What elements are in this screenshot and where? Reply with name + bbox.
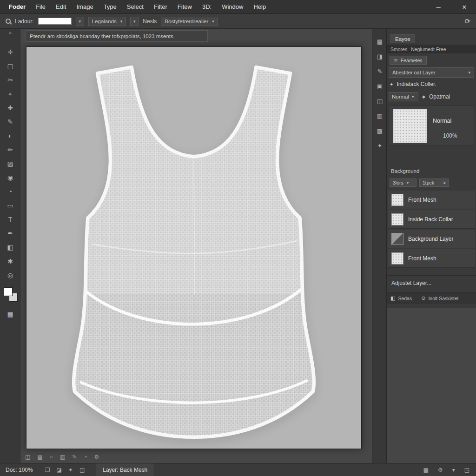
panel-header-left[interactable]: Smores: [390, 46, 407, 52]
quick-select-tool-icon[interactable]: ⌖: [0, 87, 20, 100]
canvas-area: ◫ ▤ ○ ▥ ✎ ◔ ⚙: [20, 29, 372, 463]
menu-foder[interactable]: Foder: [4, 0, 31, 14]
color-panel-icon[interactable]: ✎: [372, 65, 387, 77]
refresh-icon[interactable]: ⟳: [464, 17, 470, 26]
blend-mode-value: Normal: [392, 94, 409, 99]
swatch-dropdown-button[interactable]: ▾: [76, 17, 84, 26]
healing-brush-tool-icon[interactable]: ◐: [0, 129, 20, 142]
crop-tool-icon[interactable]: ✚: [0, 101, 20, 114]
canvas[interactable]: [26, 46, 362, 449]
libraries-panel-icon[interactable]: ◫: [372, 95, 387, 107]
layer-preview-thumbnail[interactable]: [393, 109, 427, 143]
layer-thumbnail: [391, 252, 403, 264]
close-button[interactable]: ✕: [456, 0, 472, 14]
footer-left-label[interactable]: Sedas: [398, 296, 412, 301]
layer-row-front-mesh-2[interactable]: Front Mesh: [388, 249, 475, 268]
timer-icon[interactable]: ◔: [84, 454, 87, 460]
adjustments-panel-icon[interactable]: ▣: [372, 80, 387, 92]
hand-tool-icon[interactable]: ✱: [0, 255, 20, 268]
marquee-tool-icon[interactable]: ▢: [0, 60, 20, 73]
gradient-tool-icon[interactable]: ▭: [0, 199, 20, 212]
menu-view[interactable]: Fitew: [172, 0, 197, 14]
menu-type[interactable]: Type: [99, 0, 122, 14]
edit-mode-icon[interactable]: ▦: [0, 308, 20, 321]
brushes-panel-icon[interactable]: ▩: [372, 125, 387, 137]
menu-window[interactable]: Window: [217, 0, 248, 14]
menu-bar: Foder File Edit Image Type Select Filter…: [0, 0, 476, 14]
blend-mode-dropdown[interactable]: Normal ▾: [389, 92, 418, 101]
half-square-icon[interactable]: ◧: [390, 295, 395, 301]
chevron-down-icon: ▾: [412, 94, 414, 99]
brush-tool-icon[interactable]: ✏: [0, 143, 20, 156]
clone-stamp-tool-icon[interactable]: ▨: [0, 157, 20, 170]
eraser-tool-icon[interactable]: ◔: [0, 185, 20, 198]
active-layer-label: Layer: Back Mesh: [96, 463, 154, 476]
thumbnails-icon[interactable]: ▤: [37, 454, 42, 460]
screen-mode-icon[interactable]: ◫: [25, 454, 30, 460]
lock-dropdown[interactable]: 3lors ▾: [390, 178, 416, 187]
sparkle-icon[interactable]: ✦: [68, 467, 73, 473]
panel-icon[interactable]: ◫: [79, 467, 85, 473]
menu-help[interactable]: Help: [248, 0, 271, 14]
adjust-layer-menu-item[interactable]: Adjustet Layer...: [391, 280, 431, 286]
layer-thumbnail: [391, 213, 403, 225]
clipboard-icon[interactable]: ❐: [45, 467, 50, 473]
status-hint-text: Ptendr-am sitcdsliga bcanday ther tofxpr…: [30, 33, 175, 39]
paths-panel-icon[interactable]: ✦: [372, 139, 387, 152]
layer-row-inside-back-collar[interactable]: Inside Back Collar: [388, 210, 475, 229]
pen-tool-icon[interactable]: ✒: [0, 227, 20, 240]
menu-3d[interactable]: 3D:: [197, 0, 217, 14]
collapse-toolbar-icon[interactable]: »: [0, 30, 20, 35]
menu-select[interactable]: Select: [122, 0, 149, 14]
preset-extra-dropdown-button[interactable]: ▾: [130, 17, 139, 26]
gear-icon[interactable]: ⚙: [438, 467, 443, 473]
lasso-tool-icon[interactable]: ✂: [0, 73, 20, 86]
annotate-icon[interactable]: ✎: [72, 454, 77, 460]
grid-view-icon[interactable]: ▥: [60, 454, 65, 460]
adjustment-layer-dropdown[interactable]: Abestiter oat Layer ▾: [389, 67, 474, 78]
text-tool-icon[interactable]: T: [0, 213, 20, 226]
zoom-tool-icon[interactable]: ◎: [0, 269, 20, 282]
doc-size-label[interactable]: Doc: 100%: [6, 467, 33, 473]
menu-edit[interactable]: Edit: [51, 0, 71, 14]
layers-panel-footer: ◧ Sedas ⊙ Inolt Saskistel: [387, 292, 476, 304]
info-panel-icon[interactable]: ▥: [372, 110, 387, 122]
tools-panel: » ✛ ▢ ✂ ⌖ ✚ ✎ ◐ ✏ ▨ ◉ ◔ ▭ T ✒ ◧ ✱ ◎ ▦: [0, 29, 20, 463]
layers-tab[interactable]: Eayoe: [390, 34, 415, 43]
layer-name: Background Layer: [408, 236, 453, 242]
circle-icon[interactable]: ○: [50, 454, 53, 460]
brush-preset-icon[interactable]: ◪: [56, 467, 61, 473]
layer-row-background-layer[interactable]: Background Layer: [388, 230, 475, 248]
search-icon[interactable]: ⊙: [421, 295, 425, 301]
mesh-tank-top-image: [40, 54, 347, 441]
parameters-button[interactable]: ≣ Feametes: [390, 56, 427, 65]
menu-file[interactable]: File: [31, 0, 51, 14]
eyedropper-tool-icon[interactable]: ✎: [0, 115, 20, 128]
window-icon[interactable]: ◳: [464, 467, 469, 473]
minimize-button[interactable]: ─: [430, 0, 446, 14]
canvas-footer-toolbar: ◫ ▤ ○ ▥ ✎ ◔ ⚙: [25, 453, 99, 461]
panel-header-right[interactable]: Neglumedt Free: [411, 46, 446, 52]
move-tool-icon[interactable]: ✛: [0, 46, 20, 59]
history-brush-tool-icon[interactable]: ◉: [0, 171, 20, 184]
indicator-row-label: Indiatack Coller.: [397, 81, 436, 87]
settings-icon[interactable]: ⚙: [94, 454, 99, 460]
mode-dropdown[interactable]: Bostyfetrerdrealier ▾: [161, 17, 218, 26]
history-panel-icon[interactable]: ▤: [372, 35, 387, 47]
chevron-down-icon: ▾: [212, 19, 214, 24]
foreground-color-swatch[interactable]: [4, 287, 13, 296]
fill-button[interactable]: 1tpck >: [419, 178, 449, 187]
layer-name: Front Mesh: [408, 255, 436, 262]
grid-icon[interactable]: ▦: [423, 467, 429, 473]
blend-mode-row: Normal ▾ ◆ Opatmal: [389, 92, 474, 101]
color-swatch[interactable]: [38, 18, 72, 25]
preset-dropdown[interactable]: Legalands ▾: [88, 17, 126, 26]
shape-tool-icon[interactable]: ◧: [0, 241, 20, 254]
footer-right-label[interactable]: Inolt Saskistel: [428, 296, 458, 301]
layer-row-front-mesh[interactable]: Front Mesh: [388, 191, 475, 209]
status-right-icons: ▦ ⚙ ▾ ◳: [423, 467, 469, 473]
menu-filter[interactable]: Filter: [149, 0, 172, 14]
menu-image[interactable]: Image: [71, 0, 98, 14]
properties-panel-icon[interactable]: ◨: [372, 50, 387, 62]
dropdown-icon[interactable]: ▾: [452, 467, 455, 473]
